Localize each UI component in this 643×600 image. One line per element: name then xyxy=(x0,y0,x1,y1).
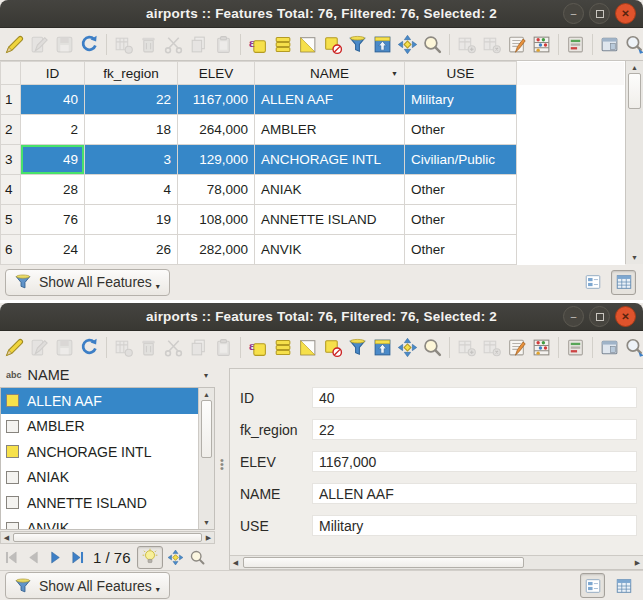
zoom-to-selection-icon[interactable] xyxy=(422,34,443,55)
scroll-up-arrow-icon[interactable]: ▲ xyxy=(626,62,643,73)
cell-fk_region[interactable]: 3 xyxy=(85,145,178,175)
cell-elev[interactable]: 1167,000 xyxy=(178,85,255,115)
table-vertical-scrollbar[interactable]: ▲ ▼ xyxy=(625,61,643,264)
table-row[interactable]: 2218264,000AMBLEROther xyxy=(1,115,625,145)
pan-to-selection-icon[interactable] xyxy=(397,337,418,358)
scroll-up-arrow-icon[interactable]: ▲ xyxy=(199,389,214,400)
cell-id[interactable]: 24 xyxy=(21,235,85,265)
cell-elev[interactable]: 78,000 xyxy=(178,175,255,205)
zoom-to-feature-button[interactable] xyxy=(188,548,207,567)
delete-selected-icon[interactable] xyxy=(138,337,159,358)
scrollbar-thumb[interactable] xyxy=(243,557,524,568)
list-horizontal-scrollbar[interactable]: ◀ ▶ xyxy=(0,531,215,544)
table-view-button[interactable] xyxy=(611,270,636,295)
copy-features-icon[interactable] xyxy=(188,337,209,358)
pane-splitter[interactable]: ••• xyxy=(215,363,229,570)
add-feature-icon[interactable] xyxy=(113,34,134,55)
scroll-left-arrow-icon[interactable]: ◀ xyxy=(230,556,241,569)
cell-name[interactable]: AMBLER xyxy=(255,115,405,145)
move-selection-to-top-icon[interactable] xyxy=(372,34,393,55)
dock-table-icon[interactable] xyxy=(599,34,620,55)
maximize-button[interactable] xyxy=(589,306,610,327)
cell-name[interactable]: ANNETTE ISLAND xyxy=(255,205,405,235)
cell-fk_region[interactable]: 22 xyxy=(85,85,178,115)
minimize-button[interactable]: – xyxy=(563,306,584,327)
list-vertical-scrollbar[interactable]: ▲ ▼ xyxy=(198,388,214,529)
table-row[interactable]: 57619108,000ANNETTE ISLANDOther xyxy=(1,205,625,235)
row-number[interactable]: 4 xyxy=(1,175,21,205)
delete-selected-icon[interactable] xyxy=(138,34,159,55)
field-calculator-icon[interactable] xyxy=(506,337,527,358)
cell-id[interactable]: 76 xyxy=(21,205,85,235)
cell-name[interactable]: ANCHORAGE INTL xyxy=(255,145,405,175)
cell-use[interactable]: Other xyxy=(405,235,517,265)
column-header-use[interactable]: USE xyxy=(405,62,517,85)
table-view-button[interactable] xyxy=(611,573,636,598)
row-number[interactable]: 1 xyxy=(1,85,21,115)
scrollbar-thumb[interactable] xyxy=(628,73,641,109)
form-view-button[interactable] xyxy=(580,270,605,295)
cell-elev[interactable]: 264,000 xyxy=(178,115,255,145)
feature-list-item[interactable]: AMBLER xyxy=(1,414,214,440)
feature-list-item[interactable]: ANIAK xyxy=(1,465,214,491)
cell-use[interactable]: Other xyxy=(405,175,517,205)
feature-position-indicator[interactable]: 1 / 76 xyxy=(93,549,131,566)
table-row[interactable]: 3493129,000ANCHORAGE INTLCivilian/Public xyxy=(1,145,625,175)
title-bar[interactable]: airports :: Features Total: 76, Filtered… xyxy=(0,0,643,28)
save-edits-icon[interactable] xyxy=(54,34,75,55)
minimize-button[interactable]: – xyxy=(563,3,584,24)
deselect-all-icon[interactable] xyxy=(322,34,343,55)
row-number[interactable]: 5 xyxy=(1,205,21,235)
conditional-formatting-icon[interactable] xyxy=(531,337,552,358)
pan-to-feature-button[interactable] xyxy=(166,548,185,567)
scroll-down-arrow-icon[interactable]: ▼ xyxy=(626,252,643,263)
scroll-right-arrow-icon[interactable]: ▶ xyxy=(203,532,214,543)
dock-table-icon[interactable] xyxy=(599,337,620,358)
delete-field-icon[interactable] xyxy=(481,34,502,55)
cell-fk_region[interactable]: 26 xyxy=(85,235,178,265)
select-by-expression-icon[interactable]: ε xyxy=(247,34,268,55)
cell-use[interactable]: Other xyxy=(405,115,517,145)
cell-name[interactable]: ANIAK xyxy=(255,175,405,205)
multiedit-mode-icon[interactable] xyxy=(29,337,50,358)
cell-elev[interactable]: 129,000 xyxy=(178,145,255,175)
save-edits-icon[interactable] xyxy=(54,337,75,358)
cell-name[interactable]: ANVIK xyxy=(255,235,405,265)
filter-form-select-icon[interactable] xyxy=(347,34,368,55)
scroll-left-arrow-icon[interactable]: ◀ xyxy=(1,532,12,543)
cell-use[interactable]: Civilian/Public xyxy=(405,145,517,175)
cell-fk_region[interactable]: 4 xyxy=(85,175,178,205)
cut-features-icon[interactable] xyxy=(163,337,184,358)
cell-fk_region[interactable]: 19 xyxy=(85,205,178,235)
cell-id[interactable]: 40 xyxy=(21,85,85,115)
delete-field-icon[interactable] xyxy=(481,337,502,358)
multiedit-attributes-icon[interactable] xyxy=(565,337,586,358)
new-field-icon[interactable] xyxy=(456,337,477,358)
feature-list-item[interactable]: ANVIK xyxy=(1,516,214,531)
maximize-button[interactable] xyxy=(589,3,610,24)
display-field-selector[interactable]: abc NAME ▾ xyxy=(0,363,215,387)
paste-features-icon[interactable] xyxy=(213,34,234,55)
cell-elev[interactable]: 282,000 xyxy=(178,235,255,265)
new-field-icon[interactable] xyxy=(456,34,477,55)
cell-name[interactable]: ALLEN AAF xyxy=(255,85,405,115)
last-feature-button[interactable] xyxy=(68,548,87,567)
move-selection-to-top-icon[interactable] xyxy=(372,337,393,358)
column-header-id[interactable]: ID xyxy=(21,62,85,85)
scroll-down-arrow-icon[interactable]: ▼ xyxy=(199,517,214,528)
column-header-fk_region[interactable]: fk_region xyxy=(85,62,178,85)
scrollbar-thumb[interactable] xyxy=(13,533,202,542)
table-row[interactable]: 62426282,000ANVIKOther xyxy=(1,235,625,265)
close-button[interactable]: ✕ xyxy=(615,3,636,24)
feature-list-item[interactable]: ANCHORAGE INTL xyxy=(1,439,214,465)
select-all-icon[interactable] xyxy=(272,34,293,55)
filter-form-select-icon[interactable] xyxy=(347,337,368,358)
feature-filter-button[interactable]: Show All Features ▾ xyxy=(5,269,170,296)
toggle-editing-icon[interactable] xyxy=(4,34,25,55)
field-input-id[interactable]: 40 xyxy=(312,387,637,408)
feature-filter-button[interactable]: Show All Features ▾ xyxy=(5,572,170,599)
field-input-use[interactable]: Military xyxy=(312,515,637,536)
multiedit-attributes-icon[interactable] xyxy=(565,34,586,55)
column-header-elev[interactable]: ELEV xyxy=(178,62,255,85)
cell-id[interactable]: 49 xyxy=(21,145,85,175)
